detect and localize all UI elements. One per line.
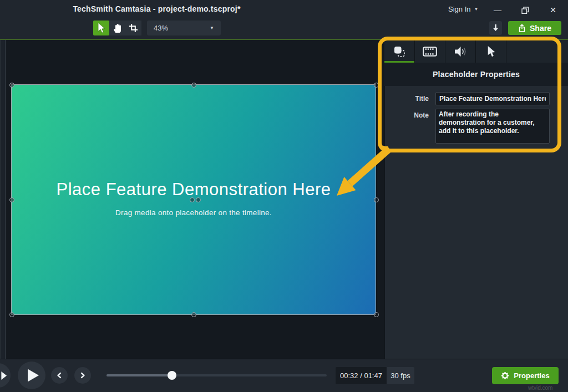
title-field-input[interactable] xyxy=(435,92,550,105)
window-title: TechSmith Camtasia - project-demo.tscpro… xyxy=(0,4,313,13)
crop-tool-button[interactable] xyxy=(125,21,141,35)
step-forward-icon xyxy=(0,371,7,380)
tab-cursor-properties[interactable] xyxy=(476,40,506,63)
seek-slider-fill xyxy=(106,374,172,376)
chevron-right-icon xyxy=(79,371,87,379)
play-button[interactable] xyxy=(18,362,45,389)
minimize-button[interactable]: — xyxy=(489,4,506,16)
restore-icon xyxy=(521,7,529,14)
handle-mid-right[interactable] xyxy=(374,197,379,202)
handle-bottom-center[interactable] xyxy=(191,312,196,317)
title-field-label: Title xyxy=(384,95,429,103)
chevron-down-icon: ▼ xyxy=(474,7,478,12)
restore-button[interactable] xyxy=(517,4,534,16)
placeholder-heading: Place Feature Demonstration Here xyxy=(12,180,376,200)
center-anchor-handle[interactable] xyxy=(190,197,195,202)
share-label: Share xyxy=(530,24,551,33)
handle-bottom-right[interactable] xyxy=(374,312,379,317)
cursor-icon xyxy=(97,23,105,33)
audio-icon xyxy=(454,45,467,58)
sign-in-label: Sign In xyxy=(448,5,470,13)
handle-top-right[interactable] xyxy=(374,83,379,88)
chevron-down-icon: ▼ xyxy=(210,26,214,30)
handle-top-left[interactable] xyxy=(9,83,14,88)
handle-mid-left[interactable] xyxy=(9,197,14,202)
handle-bottom-left[interactable] xyxy=(9,312,14,317)
share-icon xyxy=(518,24,526,33)
properties-button[interactable]: Properties xyxy=(492,367,559,384)
sign-in-menu[interactable]: Sign In ▼ xyxy=(448,5,478,13)
toolbar xyxy=(0,19,568,39)
tab-placeholder-properties[interactable] xyxy=(384,40,415,63)
zoom-level-dropdown[interactable]: 43% ▼ xyxy=(147,21,221,35)
properties-tab-bar xyxy=(384,40,568,63)
minimize-icon: — xyxy=(494,6,501,14)
download-icon xyxy=(492,24,499,32)
tab-media-properties[interactable] xyxy=(415,40,445,63)
time-display: 00:32 / 01:47 xyxy=(336,367,387,384)
share-button[interactable]: Share xyxy=(508,21,561,35)
watermark: wtvid.com xyxy=(528,385,552,391)
previous-button[interactable] xyxy=(51,367,68,384)
download-button[interactable] xyxy=(489,21,502,35)
pan-tool-button[interactable] xyxy=(109,21,125,35)
stage-left-edge xyxy=(0,40,6,359)
handle-top-center[interactable] xyxy=(191,83,196,88)
fps-display: 30 fps xyxy=(387,367,414,384)
panel-title: Placeholder Properties xyxy=(384,63,568,86)
seek-slider-thumb[interactable] xyxy=(168,371,176,380)
hand-icon xyxy=(113,23,122,33)
center-rotate-handle[interactable] xyxy=(196,197,201,202)
placeholder-icon xyxy=(393,45,406,58)
crop-icon xyxy=(129,23,138,33)
placeholder-subtitle: Drag media onto placeholder on the timel… xyxy=(12,208,376,217)
close-button[interactable]: ✕ xyxy=(545,4,561,16)
close-icon: ✕ xyxy=(550,6,556,14)
next-button[interactable] xyxy=(74,367,91,384)
note-field-textarea[interactable]: After recording the demonstration for a … xyxy=(435,109,550,144)
note-field-label: Note xyxy=(384,111,429,119)
cursor-tool-button[interactable] xyxy=(93,21,109,35)
camtasia-window: TechSmith Camtasia - project-demo.tscpro… xyxy=(0,0,568,392)
zoom-level-value: 43% xyxy=(154,24,168,32)
chevron-left-icon xyxy=(55,371,63,379)
tab-audio-properties[interactable] xyxy=(445,40,476,63)
film-icon xyxy=(423,46,437,57)
properties-panel xyxy=(384,40,568,359)
play-icon xyxy=(28,369,39,382)
properties-button-label: Properties xyxy=(514,371,549,380)
gear-icon xyxy=(501,371,509,380)
cursor-icon xyxy=(487,46,495,57)
